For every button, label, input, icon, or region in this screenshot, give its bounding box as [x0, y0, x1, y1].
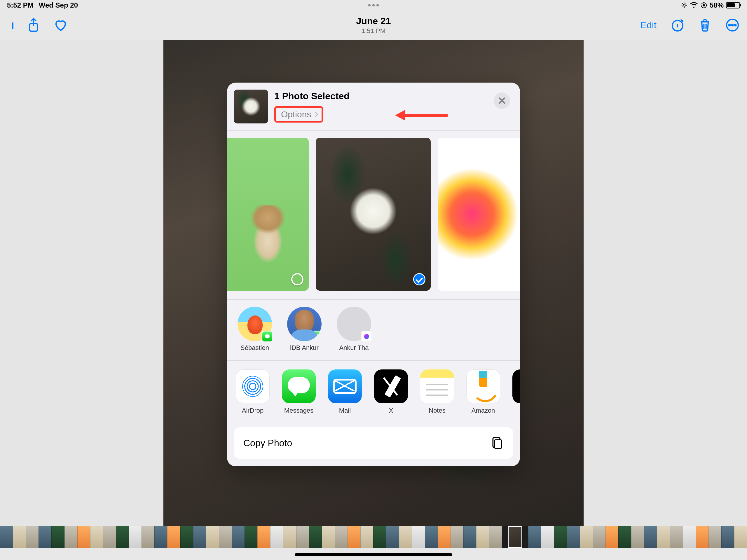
thumbnail[interactable]	[103, 526, 116, 548]
notes-icon	[420, 370, 454, 403]
thumbnail[interactable]	[502, 526, 508, 548]
favorite-button[interactable]	[54, 19, 68, 31]
thumbnail[interactable]	[734, 526, 747, 548]
thumbnail[interactable]	[116, 526, 129, 548]
thumbnail[interactable]	[554, 526, 567, 548]
dnd-icon	[681, 2, 688, 8]
thumbnail[interactable]	[657, 526, 670, 548]
thumbnail[interactable]	[696, 526, 709, 548]
thumbnail[interactable]	[463, 526, 476, 548]
photo-carousel[interactable]	[227, 131, 520, 299]
thumbnail[interactable]	[283, 526, 296, 548]
thumbnail[interactable]	[65, 526, 77, 548]
thumbnail[interactable]	[360, 526, 373, 548]
thumbnail[interactable]	[129, 526, 141, 548]
thumbnail[interactable]	[270, 526, 283, 548]
options-button[interactable]: Options	[274, 106, 323, 123]
thumbnail[interactable]	[167, 526, 180, 548]
thumbnail[interactable]	[567, 526, 580, 548]
thumbnail[interactable]	[180, 526, 193, 548]
more-button[interactable]	[725, 18, 740, 32]
share-app-messages[interactable]: Messages	[282, 370, 316, 414]
thumbnail[interactable]	[193, 526, 206, 548]
thumbnail[interactable]	[399, 526, 412, 548]
delete-button[interactable]	[699, 18, 712, 32]
thumbnail[interactable]	[154, 526, 167, 548]
thumbnail-strip[interactable]	[0, 526, 747, 548]
share-contact[interactable]: Ankur Tha	[335, 307, 373, 352]
edit-button[interactable]: Edit	[641, 20, 656, 31]
copy-icon	[491, 436, 504, 450]
contact-avatar	[237, 307, 272, 341]
thumbnail[interactable]	[670, 526, 682, 548]
thumbnail[interactable]	[141, 526, 154, 548]
thumbnail[interactable]	[631, 526, 644, 548]
thumbnail[interactable]	[206, 526, 219, 548]
home-indicator[interactable]	[295, 553, 452, 556]
thumbnail[interactable]	[709, 526, 721, 548]
thumbnail[interactable]	[309, 526, 322, 548]
thumbnail-selected[interactable]	[508, 526, 522, 548]
share-app-amazon[interactable]: Amazon	[466, 370, 500, 414]
thumbnail[interactable]	[438, 526, 450, 548]
thumbnail[interactable]	[335, 526, 347, 548]
carousel-photo[interactable]	[227, 138, 309, 291]
thumbnail[interactable]	[606, 526, 618, 548]
threads-icon	[512, 370, 520, 403]
carousel-photo[interactable]	[316, 138, 431, 291]
thumbnail[interactable]	[476, 526, 489, 548]
share-app-mail[interactable]: Mail	[328, 370, 362, 414]
thumbnail[interactable]	[522, 526, 528, 548]
thumbnail[interactable]	[322, 526, 335, 548]
thumbnail[interactable]	[580, 526, 593, 548]
share-contact[interactable]: Sébastien	[236, 307, 274, 352]
thumbnail[interactable]	[683, 526, 696, 548]
thumbnail[interactable]	[77, 526, 90, 548]
thumbnail[interactable]	[489, 526, 502, 548]
thumbnail[interactable]	[618, 526, 631, 548]
thumbnail[interactable]	[386, 526, 399, 548]
share-app-threads[interactable]: Th	[512, 370, 520, 414]
thumbnail[interactable]	[244, 526, 257, 548]
thumbnail[interactable]	[90, 526, 103, 548]
share-app-x[interactable]: X	[374, 370, 408, 414]
thumbnail[interactable]	[412, 526, 425, 548]
thumbnail[interactable]	[51, 526, 64, 548]
status-date: Wed Sep 20	[39, 1, 78, 9]
share-app-notes[interactable]: Notes	[420, 370, 454, 414]
multitask-dots[interactable]	[368, 4, 379, 6]
thumbnail[interactable]	[38, 526, 51, 548]
selection-check-icon[interactable]	[413, 273, 426, 285]
share-app-airdrop[interactable]: AirDrop	[236, 370, 269, 414]
share-sheet: 1 Photo Selected Options Sébastien iDB A…	[227, 83, 520, 466]
thumbnail[interactable]	[13, 526, 26, 548]
thumbnail[interactable]	[450, 526, 463, 548]
thumbnail[interactable]	[26, 526, 38, 548]
svg-rect-1	[703, 5, 704, 6]
action-copy-photo[interactable]: Copy Photo	[234, 427, 513, 459]
thumbnail[interactable]	[721, 526, 734, 548]
thumbnail[interactable]	[232, 526, 244, 548]
thumbnail[interactable]	[257, 526, 270, 548]
thumbnail[interactable]	[0, 526, 13, 548]
share-button[interactable]	[27, 18, 40, 33]
thumbnail[interactable]	[347, 526, 360, 548]
thumbnail[interactable]	[296, 526, 309, 548]
carousel-photo[interactable]	[438, 138, 520, 291]
svg-rect-8	[495, 440, 501, 448]
share-contact[interactable]: iDB Ankur	[285, 307, 323, 352]
thumbnail[interactable]	[528, 526, 541, 548]
thumbnail[interactable]	[219, 526, 232, 548]
contacts-row: Sébastien iDB Ankur Ankur Tha	[227, 300, 520, 360]
selection-ring-icon[interactable]	[291, 273, 304, 285]
thumbnail[interactable]	[593, 526, 606, 548]
contact-avatar	[287, 307, 321, 341]
thumbnail[interactable]	[425, 526, 438, 548]
info-button[interactable]	[671, 18, 685, 32]
nav-title: June 21	[356, 16, 391, 27]
thumbnail[interactable]	[644, 526, 657, 548]
thumbnail[interactable]	[373, 526, 386, 548]
back-button[interactable]	[12, 23, 14, 28]
close-button[interactable]	[494, 93, 510, 109]
thumbnail[interactable]	[541, 526, 554, 548]
